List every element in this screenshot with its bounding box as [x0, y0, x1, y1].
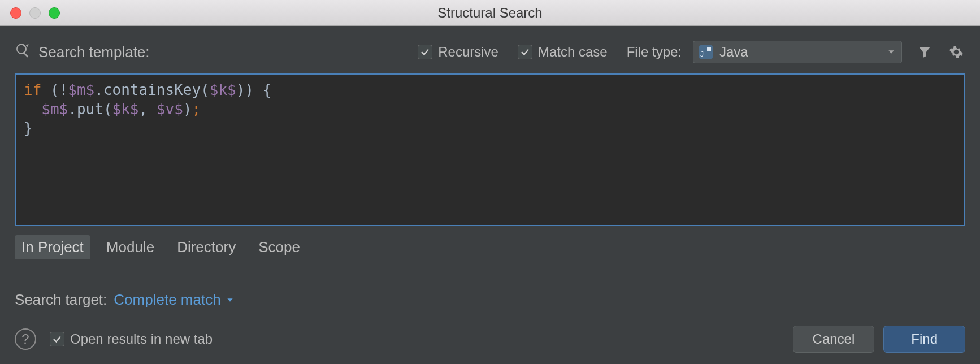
search-template-label: Search template:: [38, 44, 150, 61]
recursive-label: Recursive: [438, 44, 498, 60]
open-new-tab-checkbox[interactable]: [50, 332, 64, 346]
dialog-content: Search template: Recursive Match case Fi…: [0, 26, 980, 364]
scope-tab-directory[interactable]: Directory: [170, 235, 242, 259]
bottom-row: ? Open results in new tab Cancel Find: [15, 326, 965, 353]
filter-icon[interactable]: [916, 43, 934, 61]
match-case-checkbox[interactable]: [518, 45, 532, 59]
cancel-button[interactable]: Cancel: [793, 326, 875, 353]
search-target-value: Complete match: [114, 291, 220, 309]
gear-icon[interactable]: [947, 43, 965, 61]
scope-tabs: In ProjectModuleDirectoryScope: [15, 235, 965, 259]
open-new-tab-label: Open results in new tab: [70, 331, 213, 347]
help-button[interactable]: ?: [15, 328, 36, 350]
find-button[interactable]: Find: [883, 326, 965, 353]
search-target-dropdown[interactable]: Complete match: [114, 291, 234, 309]
file-type-select[interactable]: J Java: [693, 41, 902, 63]
search-target-row: Search target: Complete match: [15, 291, 965, 309]
search-template-editor[interactable]: if (!$m$.containsKey($k$)) { $m$.put($k$…: [15, 73, 965, 226]
java-file-icon: J: [699, 45, 713, 59]
open-new-tab-wrap[interactable]: Open results in new tab: [50, 331, 213, 347]
titlebar: Structural Search: [0, 0, 980, 26]
chevron-down-icon: [887, 44, 896, 60]
window-title: Structural Search: [0, 5, 980, 21]
match-case-checkbox-wrap[interactable]: Match case: [518, 44, 608, 60]
file-type-label: File type:: [627, 44, 682, 60]
scope-tab-module[interactable]: Module: [99, 235, 161, 259]
file-type-value: Java: [719, 44, 880, 60]
recursive-checkbox[interactable]: [418, 45, 432, 59]
search-icon[interactable]: [15, 42, 31, 62]
toolbar-row: Search template: Recursive Match case Fi…: [15, 41, 965, 63]
match-case-label: Match case: [538, 44, 608, 60]
search-target-label: Search target:: [15, 291, 107, 309]
scope-tab-in-project[interactable]: In Project: [15, 235, 90, 259]
scope-tab-scope[interactable]: Scope: [251, 235, 307, 259]
recursive-checkbox-wrap[interactable]: Recursive: [418, 44, 498, 60]
